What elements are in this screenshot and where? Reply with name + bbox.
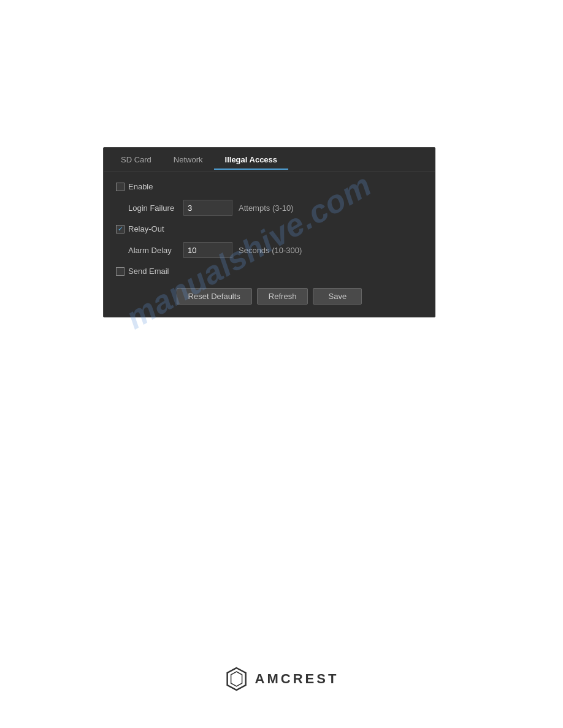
refresh-button[interactable]: Refresh xyxy=(257,288,308,305)
send-email-label: Send Email xyxy=(128,267,169,276)
alarm-delay-hint: Seconds (10-300) xyxy=(239,246,302,255)
page-container: SD Card Network Illegal Access Enable Lo… xyxy=(0,0,563,728)
relay-out-row: Relay-Out xyxy=(116,224,423,233)
login-failure-row: Login Failure Attempts (3-10) xyxy=(116,200,423,216)
alarm-delay-row: Alarm Delay Seconds (10-300) xyxy=(116,242,423,258)
relay-out-checkbox[interactable] xyxy=(116,225,124,233)
tabs-bar: SD Card Network Illegal Access xyxy=(104,148,435,172)
dialog-body: Enable Login Failure Attempts (3-10) Rel… xyxy=(104,172,435,317)
brand-footer: AMCREST xyxy=(224,667,339,691)
alarm-delay-input[interactable] xyxy=(183,242,232,258)
brand-logo-icon xyxy=(224,667,249,691)
login-failure-input[interactable] xyxy=(183,200,232,216)
tab-sd-card[interactable]: SD Card xyxy=(110,150,163,169)
tab-illegal-access[interactable]: Illegal Access xyxy=(214,150,289,169)
svg-marker-1 xyxy=(231,672,242,686)
alarm-delay-label: Alarm Delay xyxy=(116,246,183,255)
login-failure-label: Login Failure xyxy=(116,203,183,213)
login-failure-hint: Attempts (3-10) xyxy=(239,203,294,213)
save-button[interactable]: Save xyxy=(313,288,362,305)
send-email-row: Send Email xyxy=(116,267,423,276)
dialog: SD Card Network Illegal Access Enable Lo… xyxy=(103,147,435,317)
button-row: Reset Defaults Refresh Save xyxy=(116,284,423,305)
brand-name: AMCREST xyxy=(255,671,339,687)
enable-label: Enable xyxy=(128,182,153,191)
enable-checkbox[interactable] xyxy=(116,183,124,191)
dialog-wrapper: SD Card Network Illegal Access Enable Lo… xyxy=(103,147,435,317)
tab-network[interactable]: Network xyxy=(163,150,214,169)
relay-out-label: Relay-Out xyxy=(128,224,164,233)
reset-defaults-button[interactable]: Reset Defaults xyxy=(177,288,252,305)
enable-row: Enable xyxy=(116,182,423,191)
send-email-checkbox[interactable] xyxy=(116,267,124,276)
